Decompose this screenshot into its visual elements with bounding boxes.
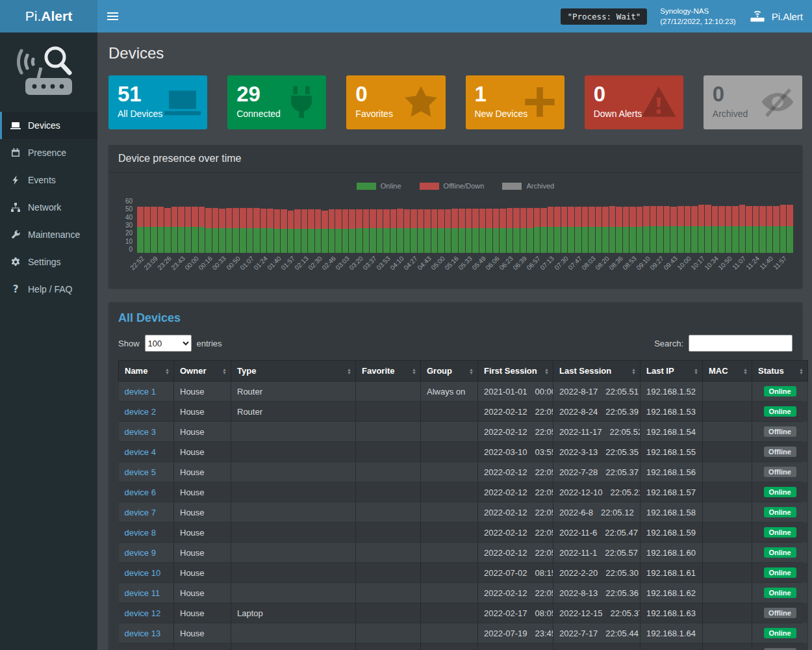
status-badge: Online bbox=[764, 567, 796, 578]
table-title: All Devices bbox=[118, 311, 793, 325]
gear-icon bbox=[10, 257, 21, 267]
summary-card-favorites[interactable]: 0Favorites bbox=[346, 75, 445, 129]
top-bar: Pi.Alert "Process: Wait" Synology-NAS (2… bbox=[0, 0, 812, 32]
app-chip[interactable]: Pi.Alert bbox=[749, 10, 803, 23]
summary-card-down-alerts[interactable]: 0Down Alerts bbox=[585, 75, 683, 129]
search-input[interactable] bbox=[689, 335, 793, 352]
session-date: 2022-8-13 bbox=[559, 588, 598, 598]
device-link[interactable]: device 2 bbox=[125, 407, 156, 417]
hamburger-menu-icon[interactable] bbox=[97, 0, 127, 32]
cell-group bbox=[421, 644, 478, 650]
device-link[interactable]: device 6 bbox=[125, 488, 156, 497]
column-header-group[interactable]: Group▲▼ bbox=[421, 361, 478, 382]
chart-bar bbox=[294, 209, 301, 253]
device-link[interactable]: device 12 bbox=[125, 608, 161, 618]
device-link[interactable]: device 7 bbox=[125, 508, 156, 517]
cell-last-session: 2022-7-1722:05.44 bbox=[553, 623, 641, 644]
table-row: device 1HouseRouterAlways on2021-01-0100… bbox=[119, 382, 808, 402]
column-header-mac[interactable]: MAC▲▼ bbox=[703, 361, 752, 382]
chart-bar bbox=[534, 208, 540, 253]
summary-card-archived[interactable]: 0Archived bbox=[704, 75, 802, 129]
sidebar-item-settings[interactable]: Settings bbox=[0, 248, 97, 276]
column-header-last-ip[interactable]: Last IP▲▼ bbox=[641, 361, 703, 382]
sidebar-item-help-faq[interactable]: ?Help / FAQ bbox=[0, 276, 97, 303]
session-date: 2022-7-17 bbox=[559, 629, 598, 638]
cell-favorite bbox=[356, 402, 421, 422]
sidebar-item-devices[interactable]: Devices bbox=[0, 112, 97, 139]
chart-bar bbox=[493, 209, 500, 253]
chart-bar bbox=[726, 206, 732, 253]
star-icon bbox=[403, 84, 439, 120]
table-row: device 10House2022-07-0208:152022-2-2022… bbox=[119, 563, 808, 583]
cell-group bbox=[421, 502, 478, 523]
x-tick-label: 04:43 bbox=[416, 255, 432, 271]
summary-card-new-devices[interactable]: 1New Devices bbox=[466, 75, 565, 129]
legend-label: Archived bbox=[526, 182, 554, 190]
x-tick-label: 00:33 bbox=[211, 255, 227, 271]
cell-favorite bbox=[356, 442, 421, 462]
column-header-status[interactable]: Status▲▼ bbox=[752, 361, 808, 382]
cell-last-ip: 192.168.1.62 bbox=[641, 583, 703, 603]
device-link[interactable]: device 13 bbox=[125, 629, 161, 638]
session-date: 2022-2-20 bbox=[559, 568, 598, 578]
status-badge: Online bbox=[764, 588, 796, 598]
device-link[interactable]: device 4 bbox=[125, 447, 156, 457]
table-header: Name▲▼Owner▲▼Type▲▼Favorite▲▼Group▲▼Firs… bbox=[119, 361, 808, 382]
x-tick-label: 01:07 bbox=[238, 255, 255, 271]
session-time: 22:05 bbox=[535, 548, 553, 558]
brand-logo[interactable]: Pi.Alert bbox=[0, 0, 97, 32]
sort-icon: ▲▼ bbox=[347, 367, 351, 374]
chart-bar bbox=[315, 209, 322, 253]
sidebar-item-presence[interactable]: Presence bbox=[0, 139, 97, 166]
summary-card-connected[interactable]: 29Connected bbox=[227, 75, 326, 129]
session-time: 22:05 bbox=[535, 528, 553, 538]
cell-group bbox=[421, 543, 478, 563]
chart-bar bbox=[705, 205, 711, 253]
x-tick-label: 08:53 bbox=[621, 255, 637, 271]
x-tick-label: 03:20 bbox=[348, 255, 364, 271]
x-tick-label: 07:13 bbox=[539, 255, 555, 271]
cell-owner: House bbox=[174, 644, 231, 650]
entries-select[interactable]: 100 bbox=[145, 335, 192, 352]
cell-last-ip: 192.168.1.64 bbox=[641, 623, 703, 644]
device-link[interactable]: device 8 bbox=[125, 528, 156, 538]
chart-bar bbox=[390, 209, 397, 253]
cell-owner: House bbox=[174, 422, 231, 442]
sidebar-item-network[interactable]: Network bbox=[0, 194, 97, 221]
column-header-type[interactable]: Type▲▼ bbox=[231, 361, 356, 382]
chart-bar bbox=[431, 209, 438, 253]
cell-last-ip: 192.168.1.58 bbox=[641, 502, 703, 523]
chart-bar bbox=[418, 209, 424, 253]
device-link[interactable]: device 11 bbox=[125, 588, 160, 598]
legend-item-online: Online bbox=[357, 182, 401, 190]
device-link[interactable]: device 9 bbox=[125, 548, 156, 558]
chart-bar bbox=[691, 206, 698, 253]
session-time: 23:45 bbox=[535, 629, 553, 638]
column-header-name[interactable]: Name▲▼ bbox=[119, 361, 174, 382]
table-row: device 12HouseLaptop2022-02-1708:052022-… bbox=[119, 603, 808, 623]
status-badge: Offline bbox=[764, 467, 796, 477]
session-time: 22:05 bbox=[535, 427, 553, 437]
pialert-logo bbox=[0, 32, 97, 112]
cell-owner: House bbox=[174, 543, 231, 563]
summary-card-all-devices[interactable]: 51All Devices bbox=[108, 75, 207, 129]
column-header-owner[interactable]: Owner▲▼ bbox=[174, 361, 231, 382]
device-link[interactable]: device 5 bbox=[125, 467, 156, 477]
sidebar-item-maintenance[interactable]: Maintenance bbox=[0, 221, 97, 248]
session-time: 22:05.37 bbox=[605, 467, 639, 477]
table-row: device 5House2022-02-1222:052022-7-2822:… bbox=[119, 462, 808, 482]
device-link[interactable]: device 10 bbox=[125, 568, 161, 578]
chart-x-axis: 22:5223:0923:2623:4300:0000:1600:3300:50… bbox=[137, 253, 793, 285]
cell-group bbox=[421, 482, 478, 502]
sidebar-item-events[interactable]: Events bbox=[0, 166, 97, 194]
device-link[interactable]: device 3 bbox=[125, 427, 156, 437]
column-label: Last IP bbox=[646, 366, 674, 376]
x-tick-label: 07:47 bbox=[566, 255, 583, 271]
x-tick-label: 01:24 bbox=[252, 255, 268, 271]
device-link[interactable]: device 1 bbox=[125, 387, 156, 396]
chart-bar bbox=[767, 206, 773, 253]
column-header-last-session[interactable]: Last Session▲▼ bbox=[553, 361, 641, 382]
page-title: Devices bbox=[108, 44, 802, 62]
column-header-favorite[interactable]: Favorite▲▼ bbox=[356, 361, 421, 382]
column-header-first-session[interactable]: First Session▲▼ bbox=[478, 361, 553, 382]
